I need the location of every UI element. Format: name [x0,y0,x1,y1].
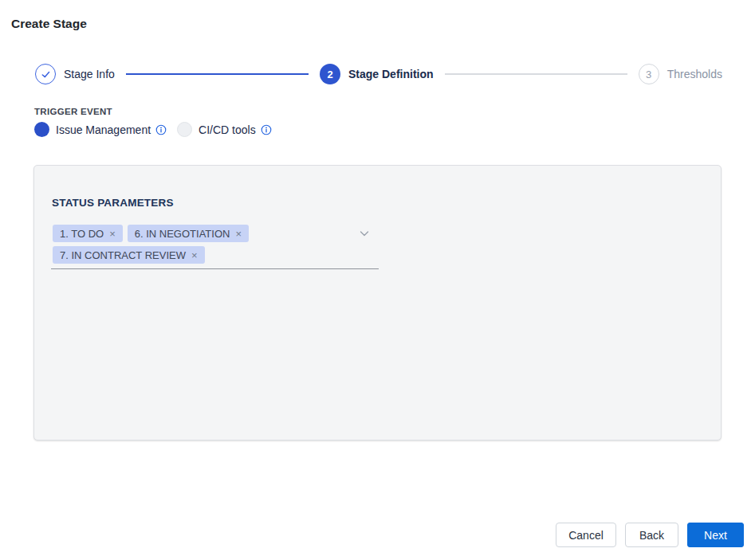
radio-option-cicd-tools[interactable]: CI/CD tools [177,122,272,137]
selected-tags: 1. TO DO × 6. IN NEGOTIATION × 7. IN CON… [53,225,347,264]
status-tag-label: 6. IN NEGOTIATION [135,228,230,240]
info-icon[interactable] [261,124,272,135]
back-button[interactable]: Back [625,523,678,547]
next-button[interactable]: Next [687,523,744,547]
check-icon [40,69,52,80]
step-number-circle: 2 [320,64,340,84]
remove-tag-icon[interactable]: × [235,229,242,239]
remove-tag-icon[interactable]: × [109,229,116,239]
status-parameters-panel: STATUS PARAMETERS 1. TO DO × 6. IN NEGOT… [33,165,722,441]
status-tag-label: 1. TO DO [60,228,104,240]
status-parameters-title: STATUS PARAMETERS [52,197,174,209]
step-stage-info[interactable]: Stage Info [35,64,115,84]
radio-unselected-icon[interactable] [177,122,192,137]
radio-selected-icon[interactable] [34,122,49,137]
step-thresholds[interactable]: 3 Thresholds [639,64,722,84]
cancel-button[interactable]: Cancel [556,523,616,547]
step-label: Stage Info [64,68,115,80]
page-title: Create Stage [11,17,87,31]
step-label: Thresholds [667,68,722,80]
radio-label: CI/CD tools [199,123,256,136]
trigger-radio-group: Issue Management CI/CD tools [34,122,272,137]
trigger-event-section: TRIGGER EVENT Issue Management CI/CD too… [34,107,272,137]
status-multiselect[interactable]: 1. TO DO × 6. IN NEGOTIATION × 7. IN CON… [51,221,379,269]
step-done-circle [35,64,56,84]
remove-tag-icon[interactable]: × [191,250,198,260]
info-icon[interactable] [155,124,167,135]
stepper-connector [445,73,627,75]
status-tag: 1. TO DO × [53,225,123,242]
trigger-event-label: TRIGGER EVENT [34,107,272,116]
chevron-down-icon[interactable] [358,227,371,240]
stepper-connector [126,73,309,75]
status-tag: 7. IN CONTRACT REVIEW × [53,246,205,264]
step-number-circle: 3 [639,64,659,84]
wizard-stepper: Stage Info 2 Stage Definition 3 Threshol… [35,64,722,84]
radio-label: Issue Management [56,123,151,136]
status-tag-label: 7. IN CONTRACT REVIEW [60,249,186,261]
step-label: Stage Definition [348,68,434,80]
status-tag: 6. IN NEGOTIATION × [128,225,249,242]
step-stage-definition[interactable]: 2 Stage Definition [320,64,434,84]
wizard-footer: Cancel Back Next [556,523,744,547]
radio-option-issue-management[interactable]: Issue Management [34,122,167,137]
